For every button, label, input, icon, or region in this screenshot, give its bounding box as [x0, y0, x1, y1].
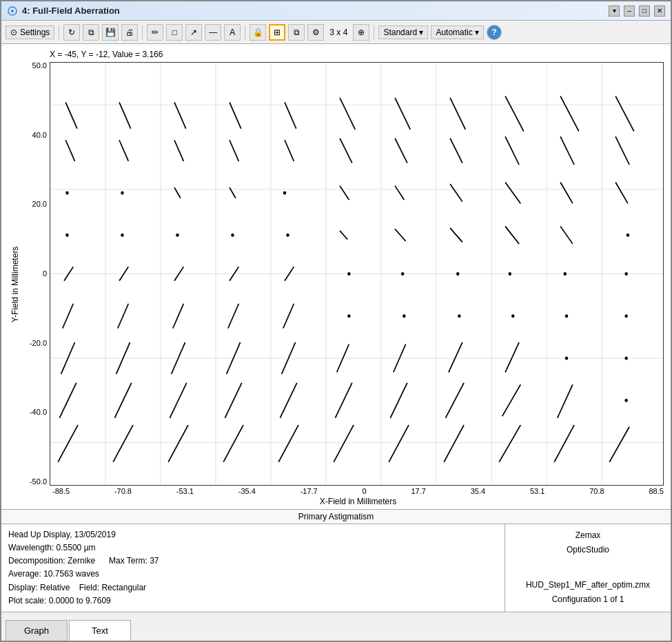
svg-point-104 [624, 399, 627, 402]
svg-line-30 [174, 140, 183, 161]
separator-1 [59, 25, 59, 39]
y-axis-label: Y-Field in Millimeters [8, 62, 22, 506]
svg-line-28 [65, 140, 74, 161]
info-line-2: Wavelength: 0.5500 µm [8, 541, 498, 555]
graph-tab[interactable]: Graph [6, 620, 68, 641]
svg-line-95 [114, 383, 131, 418]
info-right: Zemax OpticStudio HUD_Step1_MF_after_opt… [505, 524, 671, 612]
svg-line-17 [65, 102, 77, 128]
info-body: Head Up Display, 13/05/2019 Wavelength: … [1, 524, 671, 612]
y-tick-40: 40.0 [32, 132, 47, 139]
main-content: X = -45, Y = -12, Value = 3.166 Y-Field … [1, 44, 671, 612]
svg-line-96 [170, 383, 186, 418]
svg-line-100 [390, 383, 407, 418]
text-button[interactable]: A [224, 24, 241, 41]
svg-line-72 [63, 304, 74, 329]
svg-line-55 [340, 231, 347, 240]
plus-button[interactable]: ⊕ [353, 24, 369, 41]
y-tick-0: 0 [43, 270, 47, 278]
separator-4 [374, 25, 374, 39]
title-bar-left: 4: Full-Field Aberration [7, 6, 120, 17]
minimize-button[interactable]: ▾ [609, 6, 620, 17]
help-button[interactable]: ? [487, 25, 502, 40]
info-line-1: Head Up Display, 13/05/2019 [8, 528, 498, 541]
info-left: Head Up Display, 13/05/2019 Wavelength: … [1, 524, 505, 612]
svg-line-111 [389, 425, 409, 462]
svg-line-97 [225, 383, 241, 418]
separator-2 [142, 25, 143, 39]
x-tick-70: 70.8 [589, 487, 604, 495]
grid-label[interactable]: 3 x 4 [327, 28, 350, 37]
svg-line-22 [340, 98, 355, 130]
x-tick-35: 35.4 [471, 487, 485, 495]
svg-point-43 [283, 191, 286, 194]
grid-view-button[interactable]: ⊞ [269, 24, 285, 41]
svg-line-76 [283, 304, 294, 329]
print-button[interactable]: 🖨 [121, 24, 138, 41]
svg-line-59 [560, 226, 573, 244]
layers-button[interactable]: ⧉ [288, 24, 305, 41]
settings2-button[interactable]: ⚙ [307, 24, 324, 41]
svg-point-1 [11, 10, 14, 12]
close-button[interactable]: ✕ [654, 6, 665, 17]
chevron-down-icon: ⊙ [10, 28, 17, 37]
svg-line-26 [560, 96, 579, 132]
y-tick-20: 20.0 [32, 200, 47, 208]
svg-point-70 [564, 272, 567, 276]
svg-point-53 [231, 234, 234, 237]
svg-line-109 [278, 425, 298, 462]
svg-point-52 [176, 234, 179, 237]
info-file: HUD_Step1_MF_after_optim.zmx Configurati… [512, 578, 664, 608]
svg-point-68 [456, 272, 459, 276]
y-tick-n20: -20.0 [30, 340, 47, 347]
maximize-button[interactable]: □ [639, 6, 650, 17]
arrow-button[interactable]: ↗ [185, 24, 202, 41]
chart-container: Y-Field in Millimeters 50.0 40.0 20.0 0 … [8, 62, 664, 506]
standard-dropdown[interactable]: Standard ▾ [378, 25, 428, 39]
svg-line-32 [285, 140, 294, 161]
info-brand-product: OpticStudio [512, 543, 664, 558]
svg-point-69 [509, 272, 511, 276]
x-tick-n35: -35.4 [238, 487, 256, 495]
svg-line-73 [118, 304, 129, 329]
svg-line-27 [615, 96, 634, 132]
settings-label: Settings [20, 28, 50, 37]
svg-line-46 [450, 184, 462, 202]
save-button[interactable]: 💾 [102, 24, 119, 41]
svg-line-94 [59, 383, 76, 418]
minimize-win-button[interactable]: – [624, 6, 635, 17]
svg-point-39 [65, 191, 68, 194]
rect-button[interactable]: □ [166, 24, 183, 41]
svg-line-23 [395, 98, 410, 130]
title-bar: 4: Full-Field Aberration ▾ – □ ✕ [1, 1, 671, 21]
refresh-button[interactable]: ↻ [63, 24, 80, 41]
svg-line-44 [340, 186, 349, 200]
svg-line-35 [450, 138, 462, 163]
pencil-button[interactable]: ✏ [147, 24, 163, 41]
separator-3 [245, 25, 245, 39]
svg-line-106 [113, 425, 133, 462]
svg-line-74 [173, 304, 184, 329]
bottom-tabs: Graph Text [1, 612, 671, 641]
coord-display: X = -45, Y = -12, Value = 3.166 [8, 50, 664, 59]
svg-line-102 [502, 384, 521, 416]
svg-line-24 [450, 98, 465, 130]
svg-line-98 [280, 383, 296, 418]
svg-line-19 [174, 102, 186, 128]
info-filename: HUD_Step1_MF_after_optim.zmx [512, 578, 664, 593]
automatic-dropdown[interactable]: Automatic ▾ [431, 25, 484, 39]
line-button[interactable]: — [205, 24, 221, 41]
x-tick-n70: -70.8 [114, 487, 132, 495]
plot-area[interactable] [50, 62, 664, 486]
svg-line-25 [505, 96, 524, 132]
settings-button[interactable]: ⊙ Settings [6, 25, 54, 39]
text-tab[interactable]: Text [69, 620, 131, 641]
copy-button[interactable]: ⧉ [83, 24, 99, 41]
svg-point-80 [511, 314, 514, 318]
title-controls: ▾ – □ ✕ [609, 6, 665, 17]
window-title: 4: Full-Field Aberration [22, 6, 120, 16]
lock-button[interactable]: 🔒 [250, 24, 266, 41]
info-line-3: Decomposition: Zernike Max Term: 37 [8, 555, 498, 568]
svg-point-81 [565, 314, 568, 318]
svg-line-115 [609, 427, 629, 462]
